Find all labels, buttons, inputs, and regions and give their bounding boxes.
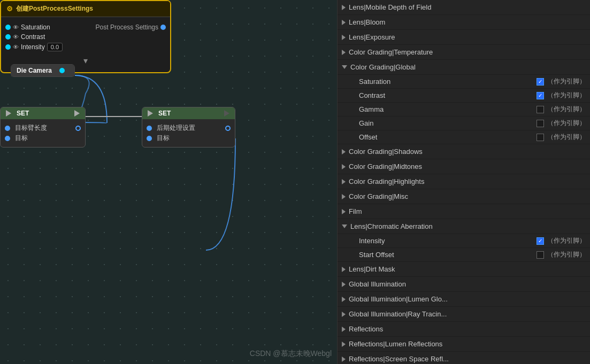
chevron-right-icon [342, 50, 346, 55]
chevron-right-icon [342, 35, 346, 40]
panel-item-cg-global[interactable]: Color Grading|Global [338, 60, 590, 75]
chevron-right-icon [342, 194, 346, 199]
panel-label-reflections: Reflections [349, 325, 383, 333]
checkbox-chroma-intensity[interactable] [537, 237, 544, 245]
panel-label-cg-temperature: Color Grading|Temperature [349, 48, 433, 56]
cb-label-saturation: （作为引脚） [547, 77, 586, 86]
postprocess-intensity-label: Intensity [21, 43, 45, 51]
row-label-offset: Offset [359, 133, 537, 141]
node-die-camera[interactable]: Die Camera [11, 64, 75, 77]
node-set1[interactable]: SET 目标臂长度 目标 [0, 107, 86, 148]
panel-item-cg-shadows[interactable]: Color Grading|Shadows [338, 144, 590, 159]
panel-label-cg-highlights: Color Grading|Highlights [349, 177, 424, 185]
cb-label-contrast: （作为引脚） [547, 91, 586, 100]
postprocess-contrast-row: 👁 Contrast [5, 33, 166, 41]
node-postprocess[interactable]: ⚙ 创建PostProcessSettings 👁 Saturation Pos… [0, 0, 171, 73]
panel-item-gi-raytracing[interactable]: Global Illumination|Ray Tracin... [338, 307, 590, 322]
postprocess-output-label: Post Process Settings [96, 24, 158, 31]
checkbox-saturation[interactable] [537, 78, 544, 86]
row-label-contrast: Contrast [359, 91, 537, 99]
panel-item-film[interactable]: Film [338, 204, 590, 219]
watermark: CSDN @慕志未晚Webgl [250, 349, 332, 359]
panel-row-start-offset[interactable]: Start Offset （作为引脚） [338, 248, 590, 262]
panel-row-saturation[interactable]: Saturation （作为引脚） [338, 75, 590, 89]
chevron-right-icon [342, 20, 346, 25]
postprocess-saturation-label: Saturation [21, 24, 50, 31]
chevron-right-icon [342, 357, 346, 362]
node-set1-target-label: 目标 [15, 134, 28, 143]
panel-item-lens-dof[interactable]: Lens|Mobile Depth of Field [338, 0, 590, 15]
node-set2-header: SET [142, 107, 235, 119]
panel-row-gamma[interactable]: Gamma （作为引脚） [338, 103, 590, 117]
node-set2-postprocess-label: 后期处理设置 [157, 123, 195, 133]
node-set2-label: SET [158, 110, 171, 117]
checkbox-contrast[interactable] [537, 92, 544, 99]
row-label-start-offset: Start Offset [359, 251, 537, 259]
panel-label-gi-raytracing: Global Illumination|Ray Tracin... [349, 310, 447, 318]
panel-label-cg-global: Color Grading|Global [350, 63, 416, 71]
right-panel[interactable]: Lens|Mobile Depth of Field Lens|Bloom Le… [337, 0, 590, 364]
chevron-down-icon [342, 224, 347, 228]
cb-label-gain: （作为引脚） [547, 119, 586, 128]
node-die-camera-header: Die Camera [11, 65, 74, 76]
panel-item-cg-highlights[interactable]: Color Grading|Highlights [338, 174, 590, 189]
panel-label-reflections-lumen: Reflections|Lumen Reflections [349, 340, 442, 348]
cb-label-chroma-intensity: （作为引脚） [547, 236, 586, 245]
panel-label-lens-chroma: Lens|Chromatic Aberration [350, 222, 433, 230]
checkbox-gain[interactable] [537, 120, 544, 127]
panel-label-gi-lumen: Global Illumination|Lumen Glo... [349, 295, 448, 303]
node-set1-header: SET [1, 107, 85, 119]
row-label-gain: Gain [359, 119, 537, 127]
panel-row-contrast[interactable]: Contrast （作为引脚） [338, 89, 590, 103]
chevron-right-icon [342, 209, 346, 214]
row-label-saturation: Saturation [359, 78, 537, 86]
panel-item-gi[interactable]: Global Illumination [338, 277, 590, 292]
panel-item-cg-temperature[interactable]: Color Grading|Temperature [338, 45, 590, 60]
panel-item-reflections[interactable]: Reflections [338, 322, 590, 337]
panel-label-cg-misc: Color Grading|Misc [349, 192, 408, 200]
node-set1-arm-label: 目标臂长度 [15, 123, 47, 133]
panel-item-lens-dirt[interactable]: Lens|Dirt Mask [338, 262, 590, 277]
panel-item-cg-misc[interactable]: Color Grading|Misc [338, 189, 590, 204]
node-postprocess-header: ⚙ 创建PostProcessSettings [1, 1, 170, 17]
panel-item-gi-lumen[interactable]: Global Illumination|Lumen Glo... [338, 292, 590, 307]
panel-item-reflections-ss[interactable]: Reflections|Screen Space Refl... [338, 352, 590, 364]
chevron-right-icon [342, 312, 346, 317]
panel-item-reflections-lumen[interactable]: Reflections|Lumen Reflections [338, 337, 590, 352]
chevron-right-icon [342, 179, 346, 184]
panel-label-gi: Global Illumination [349, 280, 406, 288]
cb-label-gamma: （作为引脚） [547, 105, 586, 114]
panel-label-lens-dof: Lens|Mobile Depth of Field [349, 3, 431, 11]
cb-label-offset: （作为引脚） [547, 133, 586, 142]
panel-label-cg-midtones: Color Grading|Midtones [349, 162, 422, 171]
row-label-gamma: Gamma [359, 105, 537, 113]
panel-row-gain[interactable]: Gain （作为引脚） [338, 117, 590, 130]
panel-label-lens-bloom: Lens|Bloom [349, 18, 385, 26]
node-postprocess-title: 创建PostProcessSettings [16, 4, 93, 13]
cb-label-start-offset: （作为引脚） [547, 250, 586, 259]
node-die-camera-label: Die Camera [17, 67, 52, 74]
checkbox-offset[interactable] [537, 134, 544, 141]
checkbox-start-offset[interactable] [537, 251, 544, 259]
panel-row-chroma-intensity[interactable]: Intensity （作为引脚） [338, 234, 590, 248]
node-set2[interactable]: SET 后期处理设置 目标 [142, 107, 235, 148]
panel-item-cg-midtones[interactable]: Color Grading|Midtones [338, 159, 590, 174]
panel-label-lens-dirt: Lens|Dirt Mask [349, 265, 395, 273]
chevron-right-icon [342, 327, 346, 332]
blueprint-canvas[interactable]: Die Camera SET 目标臂长度 目标 SET [0, 0, 337, 364]
panel-item-lens-chroma[interactable]: Lens|Chromatic Aberration [338, 219, 590, 234]
chevron-right-icon [342, 342, 346, 347]
chevron-right-icon [342, 297, 346, 302]
panel-item-lens-exposure[interactable]: Lens|Exposure [338, 30, 590, 45]
panel-row-offset[interactable]: Offset （作为引脚） [338, 130, 590, 144]
node-set1-label: SET [17, 110, 29, 117]
node-set2-target-label: 目标 [157, 134, 170, 143]
panel-label-reflections-ss: Reflections|Screen Space Refl... [349, 355, 449, 363]
checkbox-gamma[interactable] [537, 106, 544, 113]
postprocess-intensity-value[interactable]: 0.0 [47, 43, 63, 51]
chevron-right-icon [342, 267, 346, 272]
panel-item-lens-bloom[interactable]: Lens|Bloom [338, 15, 590, 30]
chevron-right-icon [342, 149, 346, 154]
row-label-chroma-intensity: Intensity [359, 237, 537, 245]
chevron-right-icon [342, 5, 346, 10]
